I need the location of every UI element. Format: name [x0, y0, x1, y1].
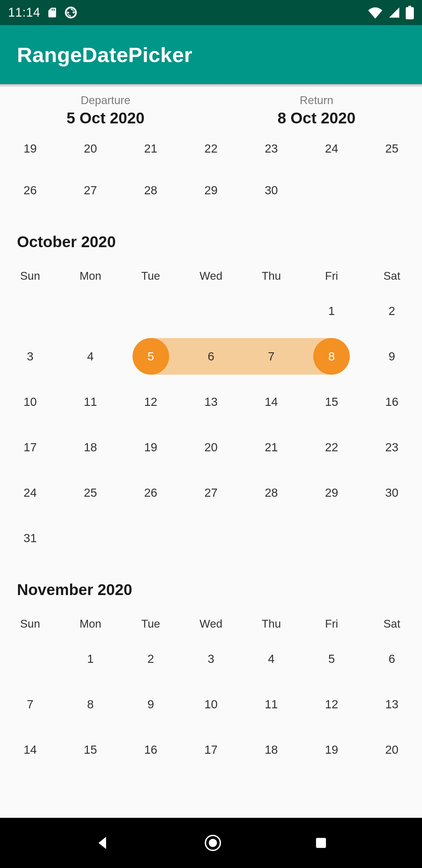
calendar-day[interactable]: 3	[0, 334, 60, 379]
calendar-day[interactable]: 3	[181, 636, 241, 682]
svg-rect-3	[316, 838, 326, 848]
calendar-day[interactable]: 28	[121, 167, 181, 213]
calendar-day[interactable]: 22	[301, 425, 362, 470]
calendar-day[interactable]: 18	[60, 425, 121, 470]
home-button[interactable]	[205, 835, 221, 851]
calendar-day[interactable]: 15	[301, 379, 362, 425]
weekday-label: Fri	[301, 612, 362, 636]
calendar-day[interactable]: 21	[241, 425, 301, 470]
calendar-day[interactable]: 7	[241, 334, 301, 379]
calendar-day[interactable]: 29	[181, 167, 241, 213]
calendar-empty	[241, 288, 301, 334]
calendar-day[interactable]: 15	[60, 727, 121, 772]
calendar-day[interactable]: 6	[362, 636, 422, 682]
cell-signal-icon	[387, 6, 401, 19]
sync-icon	[64, 6, 78, 19]
calendar-day[interactable]: 2	[121, 636, 181, 682]
calendar-day[interactable]: 8	[301, 334, 362, 379]
weekday-label: Tue	[121, 612, 181, 636]
date-summary: Departure 5 Oct 2020 Return 8 Oct 2020	[0, 84, 422, 137]
calendar-day[interactable]: 20	[181, 425, 241, 470]
calendar-day[interactable]: 26	[0, 167, 60, 213]
calendar-day[interactable]: 30	[241, 167, 301, 213]
calendar-empty	[301, 167, 362, 213]
calendar-day[interactable]: 12	[121, 379, 181, 425]
calendar-day[interactable]: 10	[181, 682, 241, 727]
calendar-day[interactable]: 19	[0, 137, 60, 167]
calendar-day[interactable]: 1	[301, 288, 362, 334]
calendar-day[interactable]: 22	[181, 137, 241, 167]
calendar-day[interactable]: 19	[301, 727, 362, 772]
battery-icon	[406, 6, 414, 19]
calendar-day[interactable]: 14	[241, 379, 301, 425]
calendar-empty	[60, 288, 121, 334]
recents-button[interactable]	[314, 835, 328, 850]
status-bar: 11:14	[0, 0, 422, 25]
calendar-day[interactable]: 27	[181, 470, 241, 515]
calendar-day[interactable]: 24	[0, 470, 60, 515]
calendar-day[interactable]: 30	[362, 470, 422, 515]
calendar-empty	[301, 515, 362, 561]
return-block[interactable]: Return 8 Oct 2020	[211, 84, 422, 137]
calendar-day[interactable]: 17	[181, 727, 241, 772]
calendar-day[interactable]: 21	[121, 137, 181, 167]
calendar-day[interactable]: 9	[362, 334, 422, 379]
calendar-day[interactable]: 11	[241, 682, 301, 727]
calendar-day[interactable]: 16	[362, 379, 422, 425]
calendar-day[interactable]: 14	[0, 727, 60, 772]
calendar-day[interactable]: 11	[60, 379, 121, 425]
calendar-day[interactable]: 2	[362, 288, 422, 334]
calendar-day[interactable]: 13	[362, 682, 422, 727]
calendar-day[interactable]: 29	[301, 470, 362, 515]
back-button[interactable]	[94, 834, 112, 852]
weekday-label: Mon	[60, 264, 121, 288]
calendar-day[interactable]: 17	[0, 425, 60, 470]
calendar-day[interactable]: 9	[121, 682, 181, 727]
weekday-label: Wed	[181, 264, 241, 288]
departure-block[interactable]: Departure 5 Oct 2020	[0, 84, 211, 137]
weekdays-october: SunMonTueWedThuFriSat	[0, 264, 422, 288]
return-label: Return	[300, 94, 333, 107]
calendar-row: 31	[0, 515, 422, 561]
wifi-icon	[368, 6, 383, 19]
status-right	[368, 6, 414, 19]
calendar-empty	[121, 288, 181, 334]
calendar-day[interactable]: 23	[241, 137, 301, 167]
calendar-row: 3456789	[0, 334, 422, 379]
calendar-day[interactable]: 18	[241, 727, 301, 772]
calendar-day[interactable]: 26	[121, 470, 181, 515]
calendar-day[interactable]: 10	[0, 379, 60, 425]
calendar-day[interactable]: 31	[0, 515, 60, 561]
calendar-day[interactable]: 4	[241, 636, 301, 682]
calendar-day[interactable]: 8	[60, 682, 121, 727]
app-bar: RangeDatePicker	[0, 25, 422, 84]
calendar-day[interactable]: 23	[362, 425, 422, 470]
calendar-day[interactable]: 5	[301, 636, 362, 682]
calendar-day[interactable]: 4	[60, 334, 121, 379]
calendar-day[interactable]: 5	[121, 334, 181, 379]
calendar-day[interactable]: 20	[362, 727, 422, 772]
month-header-october: October 2020	[0, 213, 422, 264]
calendar-day[interactable]: 1	[60, 636, 121, 682]
calendar-day[interactable]: 16	[121, 727, 181, 772]
calendar-day[interactable]: 19	[121, 425, 181, 470]
calendar-day[interactable]: 27	[60, 167, 121, 213]
svg-point-2	[209, 839, 217, 847]
system-nav-bar	[0, 818, 422, 868]
departure-value: 5 Oct 2020	[66, 109, 144, 127]
calendar-day[interactable]: 13	[181, 379, 241, 425]
calendar-day[interactable]: 24	[301, 137, 362, 167]
calendar-scroll[interactable]: 19202122232425 2627282930 October 2020 S…	[0, 137, 422, 818]
calendar-day[interactable]: 25	[60, 470, 121, 515]
calendar-day[interactable]: 20	[60, 137, 121, 167]
calendar-day[interactable]: 25	[362, 137, 422, 167]
calendar-empty	[362, 167, 422, 213]
calendar-day[interactable]: 7	[0, 682, 60, 727]
calendar-row: 10111213141516	[0, 379, 422, 425]
partial-month-row-b: 2627282930	[0, 167, 422, 213]
calendar-empty	[60, 515, 121, 561]
calendar-day[interactable]: 12	[301, 682, 362, 727]
weekday-label: Tue	[121, 264, 181, 288]
calendar-day[interactable]: 28	[241, 470, 301, 515]
calendar-day[interactable]: 6	[181, 334, 241, 379]
